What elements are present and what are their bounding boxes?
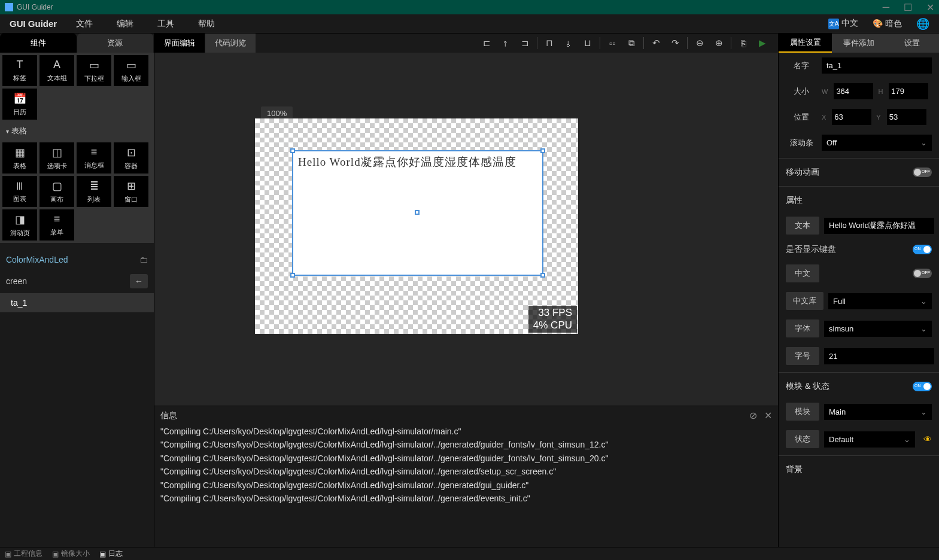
- info-log[interactable]: "Compiling C:/Users/kyo/Desktop/lgvgtest…: [154, 425, 778, 547]
- export-button[interactable]: ⎘: [735, 35, 752, 51]
- run-button[interactable]: ▶: [754, 35, 771, 51]
- y-input[interactable]: [887, 109, 926, 125]
- tab-design[interactable]: 界面编辑: [154, 34, 205, 53]
- widget-container[interactable]: ⊡容器: [113, 142, 149, 174]
- font-select[interactable]: simsun: [824, 321, 932, 337]
- widget-canvas[interactable]: ▢画布: [39, 175, 75, 208]
- cnlib-select[interactable]: Full: [828, 293, 932, 309]
- label-icon: T: [17, 59, 23, 71]
- cn-toggle[interactable]: OFF: [913, 269, 932, 278]
- log-line: "Compiling C:/Users/kyo/Desktop/lgvgtest…: [160, 452, 772, 465]
- menu-edit[interactable]: 编辑: [105, 19, 145, 29]
- tree-item-ta1[interactable]: ta_1: [0, 293, 154, 312]
- module-select[interactable]: Main: [824, 404, 932, 420]
- table-icon: ▦: [15, 146, 25, 159]
- height-input[interactable]: [889, 83, 928, 99]
- section-table[interactable]: 表格: [0, 122, 154, 140]
- widget-calendar[interactable]: 📅日历: [2, 88, 38, 120]
- log-line: "Compiling C:/Users/kyo/Desktop/lgvgtest…: [160, 438, 772, 451]
- status-imagesize[interactable]: ▣ 镜像大小: [52, 549, 90, 559]
- resize-handle-tr[interactable]: [540, 148, 545, 153]
- back-arrow-icon[interactable]: ←: [130, 274, 148, 288]
- list-icon: ≣: [90, 179, 99, 193]
- widget-chart[interactable]: ⫼图表: [2, 175, 38, 208]
- align-bottom-button[interactable]: ⊔: [579, 35, 596, 51]
- state-select[interactable]: Default: [824, 431, 915, 448]
- resize-handle-bl[interactable]: [290, 273, 295, 278]
- widget-palette-2: ▦表格 ◫选项卡 ≡消息框 ⊡容器 ⫼图表 ▢画布 ≣列表 ⊞窗口 ◨滑动页 ≡…: [0, 140, 154, 243]
- tab-resources[interactable]: 资源: [77, 34, 154, 53]
- x-input[interactable]: [832, 109, 871, 125]
- selected-textarea[interactable]: Hello World凝露点你好温度湿度体感温度: [292, 150, 543, 276]
- align-right-button[interactable]: ⊐: [516, 35, 533, 51]
- project-name[interactable]: ColorMixAndLed 🗀: [0, 250, 154, 269]
- globe-icon[interactable]: 🌐: [916, 17, 929, 31]
- log-line: "Compiling C:/Users/kyo/Desktop/lgvgtest…: [160, 465, 772, 478]
- resize-handle-br[interactable]: [540, 273, 545, 278]
- maximize-button[interactable]: ☐: [904, 2, 912, 13]
- module-toggle[interactable]: ON: [913, 382, 932, 391]
- resize-handle-tl[interactable]: [290, 148, 295, 153]
- undo-button[interactable]: ↶: [648, 35, 664, 51]
- anim-label: 移动动画: [786, 167, 819, 178]
- input-icon: ▭: [126, 59, 136, 72]
- tab-settings[interactable]: 设置: [886, 34, 939, 53]
- visibility-icon[interactable]: 👁: [923, 434, 932, 444]
- widget-table[interactable]: ▦表格: [2, 142, 38, 174]
- align-top-button[interactable]: ⊓: [541, 35, 558, 51]
- widget-tileview[interactable]: ◨滑动页: [2, 209, 38, 241]
- fontsize-input[interactable]: [824, 348, 934, 364]
- text-input[interactable]: [824, 218, 934, 234]
- distribute-v-button[interactable]: ⧉: [623, 35, 640, 51]
- screen-row[interactable]: creen ←: [0, 269, 154, 293]
- menu-tools[interactable]: 工具: [145, 19, 186, 29]
- zoom-in-button[interactable]: ⊕: [710, 35, 727, 51]
- name-input[interactable]: [822, 57, 932, 74]
- width-input[interactable]: [834, 83, 873, 99]
- theme-selector[interactable]: 🎨暗色: [873, 19, 902, 29]
- anim-toggle[interactable]: OFF: [913, 168, 932, 177]
- tabview-icon: ◫: [52, 146, 62, 159]
- canvas-area[interactable]: 100% Hello World凝露点你好温度湿度体感温度 33 FPS 4% …: [154, 53, 778, 406]
- menu-help[interactable]: 帮助: [186, 19, 227, 29]
- align-center-v-button[interactable]: ⫰: [560, 35, 577, 51]
- distribute-h-button[interactable]: ▫▫: [604, 35, 621, 51]
- cnlib-label: 中文库: [786, 292, 823, 310]
- tab-widgets[interactable]: 组件: [0, 34, 77, 53]
- widget-msgbox[interactable]: ≡消息框: [76, 142, 112, 174]
- info-clear-button[interactable]: ⊘: [749, 410, 757, 421]
- widget-window[interactable]: ⊞窗口: [113, 175, 149, 208]
- attr-label: 属性: [786, 195, 803, 206]
- center-handle[interactable]: [415, 210, 420, 215]
- status-projectinfo[interactable]: ▣ 工程信息: [5, 549, 42, 559]
- close-button[interactable]: ✕: [926, 2, 934, 13]
- widget-label[interactable]: T标签: [2, 54, 38, 87]
- widget-textgroup[interactable]: A文本组: [39, 54, 75, 87]
- tab-code[interactable]: 代码浏览: [205, 34, 256, 53]
- language-selector[interactable]: 文A中文: [828, 18, 858, 29]
- canvas-frame[interactable]: Hello World凝露点你好温度湿度体感温度 33 FPS 4% CPU: [255, 118, 578, 334]
- module-section-label: 模块 & 状态: [786, 381, 829, 392]
- window-title: GUI Guider: [17, 3, 53, 11]
- tab-events[interactable]: 事件添加: [832, 34, 885, 53]
- align-center-h-button[interactable]: ⫯: [497, 35, 514, 51]
- widget-list[interactable]: ≣列表: [76, 175, 112, 208]
- widget-tabview[interactable]: ◫选项卡: [39, 142, 75, 174]
- right-panel: 属性设置 事件添加 设置 名字 大小 W H 位置 X Y 滚动条 Off: [778, 34, 939, 547]
- scroll-select[interactable]: Off: [822, 135, 932, 151]
- status-log[interactable]: ▣ 日志: [99, 549, 123, 559]
- keyboard-toggle[interactable]: ON: [913, 245, 932, 254]
- widget-dropdown[interactable]: ▭下拉框: [76, 54, 112, 87]
- menu-file[interactable]: 文件: [64, 19, 105, 29]
- minimize-button[interactable]: ─: [883, 2, 889, 13]
- redo-button[interactable]: ↷: [667, 35, 683, 51]
- log-line: "Compiling C:/Users/kyo/Desktop/lgvgtest…: [160, 492, 772, 505]
- widget-menu[interactable]: ≡菜单: [39, 209, 75, 241]
- align-left-button[interactable]: ⊏: [478, 35, 495, 51]
- tab-properties[interactable]: 属性设置: [779, 34, 832, 53]
- zoom-out-button[interactable]: ⊖: [691, 35, 708, 51]
- info-close-button[interactable]: ✕: [764, 410, 772, 421]
- widget-input[interactable]: ▭输入框: [113, 54, 149, 87]
- tileview-icon: ◨: [15, 213, 25, 226]
- perf-stats: 33 FPS 4% CPU: [528, 306, 577, 333]
